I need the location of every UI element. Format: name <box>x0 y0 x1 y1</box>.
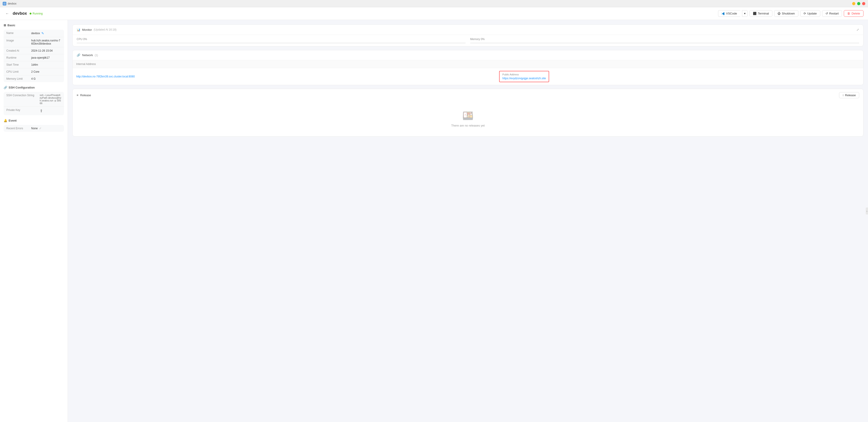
trash-icon: 🗑 <box>847 12 850 15</box>
ssh-section-header: 🔗 SSH Configuration <box>4 86 64 89</box>
public-address-value[interactable]: https://evydzonqyqge.sealoshzh.site <box>502 77 546 80</box>
titlebar: devbox <box>0 0 868 7</box>
app-icon <box>3 2 6 5</box>
cpu-bar-track <box>77 43 466 44</box>
svg-rect-3 <box>5 4 5 4</box>
monitor-card-header: 📊 Monitor (Updated At 16:18) ⤢ <box>72 25 863 35</box>
release-section-icon: ≡ <box>77 93 79 97</box>
memory-bar-track <box>470 43 859 44</box>
header-actions: VSCode ▾ ⬛ Terminal ⏻ Shutdown ⟳ Update … <box>718 10 864 17</box>
maximize-button[interactable] <box>857 2 860 5</box>
table-row: SSH Connection String ssh -i yourPrivate… <box>4 92 64 107</box>
release-empty-state: 🍱 There are no releases yet <box>72 102 863 136</box>
basic-icon: ⊞ <box>4 24 6 27</box>
public-address-label: Public Address <box>502 73 546 76</box>
titlebar-controls <box>852 2 865 5</box>
scroll-right-handle[interactable]: › <box>866 207 868 215</box>
page-title: devbox <box>13 11 27 16</box>
vscode-icon <box>721 12 724 15</box>
table-row: Memory Limit 4 G <box>4 75 64 82</box>
update-button[interactable]: ⟳ Update <box>800 10 820 17</box>
upload-icon[interactable]: ⬆ <box>39 109 43 113</box>
cpu-label: CPU 0% <box>77 37 466 41</box>
update-icon: ⟳ <box>804 12 806 15</box>
content-area: 📊 Monitor (Updated At 16:18) ⤢ CPU 0% Me <box>68 20 868 422</box>
network-icon: 🔗 <box>77 53 80 57</box>
delete-button[interactable]: 🗑 Delete <box>844 10 864 17</box>
svg-rect-0 <box>4 3 4 3</box>
network-row: http://devbox.ns-76f2km39.svc.cluster.lo… <box>72 68 863 85</box>
table-row: Created At 2024-11-26 15:04 <box>4 47 64 54</box>
power-icon: ⏻ <box>778 12 780 15</box>
table-row: Runtime java-openjdk17 <box>4 54 64 61</box>
minimize-button[interactable] <box>852 2 855 5</box>
release-card-header: ≡ Release ↑ Release <box>72 89 863 102</box>
back-button[interactable]: ← <box>4 11 10 17</box>
internal-address-cell: http://devbox.ns-76f2km39.svc.cluster.lo… <box>72 68 496 85</box>
internal-address-header: Internal Address <box>72 60 496 68</box>
chevron-down-icon: ▾ <box>744 12 746 15</box>
errors-cell: None ⤢ <box>31 127 61 130</box>
network-card-header: 🔗 Network (1) <box>72 50 863 60</box>
network-header-row: Internal Address <box>72 60 863 68</box>
restart-icon: ↺ <box>826 12 828 15</box>
close-button[interactable] <box>862 2 865 5</box>
vscode-dropdown-button[interactable]: ▾ <box>742 10 748 17</box>
status-badge: Running <box>30 12 43 15</box>
name-cell: devbox ✎ <box>31 31 61 35</box>
basic-info-table: Name devbox ✎ Image hub.hzh.sealos.run/n… <box>4 30 64 82</box>
terminal-icon: ⬛ <box>753 12 756 15</box>
monitor-content: CPU 0% Memory 0% <box>72 35 863 46</box>
main-layout: ⊞ Basic Name devbox ✎ Image hub.hzh.seal… <box>0 20 868 422</box>
empty-icon: 🍱 <box>462 111 473 121</box>
empty-text: There are no releases yet <box>451 124 485 127</box>
table-row: Start Time 1d4m <box>4 61 64 68</box>
network-card: 🔗 Network (1) Internal Address h <box>72 50 864 85</box>
chevron-right-icon: › <box>866 209 867 213</box>
monitor-row: CPU 0% Memory 0% <box>77 37 859 44</box>
titlebar-title: devbox <box>8 2 17 5</box>
table-row: Private Key ⬆ <box>4 107 64 115</box>
terminal-button[interactable]: ⬛ Terminal <box>749 10 772 17</box>
expand-icon[interactable]: ⤢ <box>39 127 41 130</box>
edit-icon[interactable]: ✎ <box>41 31 44 35</box>
vscode-button[interactable]: VSCode <box>718 10 740 17</box>
table-row: Image hub.hzh.sealos.run/ns-76f2km39/dev… <box>4 37 64 47</box>
sidebar: ⊞ Basic Name devbox ✎ Image hub.hzh.seal… <box>0 20 68 422</box>
event-icon: 🔔 <box>4 119 7 122</box>
table-row: Recent Errors None ⤢ <box>4 125 64 132</box>
monitor-icon: 📊 <box>77 28 80 31</box>
ssh-info-table: SSH Connection String ssh -i yourPrivate… <box>4 92 64 115</box>
event-section-header: 🔔 Event <box>4 119 64 122</box>
shutdown-button[interactable]: ⏻ Shutdown <box>774 10 798 17</box>
public-address-header <box>496 60 863 68</box>
release-header-left: ≡ Release <box>77 93 91 97</box>
app-header: ← devbox Running VSCode ▾ ⬛ Terminal ⏻ S… <box>0 7 868 20</box>
network-header-left: 🔗 Network (1) <box>77 53 98 57</box>
monitor-card: 📊 Monitor (Updated At 16:18) ⤢ CPU 0% Me <box>72 24 864 47</box>
release-button[interactable]: ↑ Release <box>839 92 859 98</box>
monitor-header-left: 📊 Monitor (Updated At 16:18) <box>77 28 117 31</box>
table-row: Name devbox ✎ <box>4 30 64 37</box>
public-address-box: Public Address https://evydzonqyqge.seal… <box>499 71 549 82</box>
upload-arrow-icon: ↑ <box>842 93 844 97</box>
public-address-td: Public Address https://evydzonqyqge.seal… <box>496 68 863 85</box>
restart-button[interactable]: ↺ Restart <box>822 10 842 17</box>
status-label: Running <box>33 12 43 15</box>
event-info-table: Recent Errors None ⤢ <box>4 125 64 132</box>
cpu-monitor: CPU 0% <box>77 37 466 44</box>
memory-monitor: Memory 0% <box>470 37 859 44</box>
release-card: ≡ Release ↑ Release 🍱 There are no relea… <box>72 89 864 137</box>
network-table-wrapper: Internal Address http://devbox.ns-76f2km… <box>72 60 863 85</box>
svg-rect-2 <box>4 4 4 4</box>
basic-section-header: ⊞ Basic <box>4 24 64 27</box>
monitor-expand-button[interactable]: ⤢ <box>857 28 859 31</box>
svg-rect-1 <box>5 3 5 3</box>
ssh-icon: 🔗 <box>4 86 7 89</box>
memory-label: Memory 0% <box>470 37 859 41</box>
network-table: Internal Address http://devbox.ns-76f2km… <box>72 60 863 85</box>
status-dot <box>30 13 31 15</box>
table-row: CPU Limit 2 Core <box>4 68 64 75</box>
